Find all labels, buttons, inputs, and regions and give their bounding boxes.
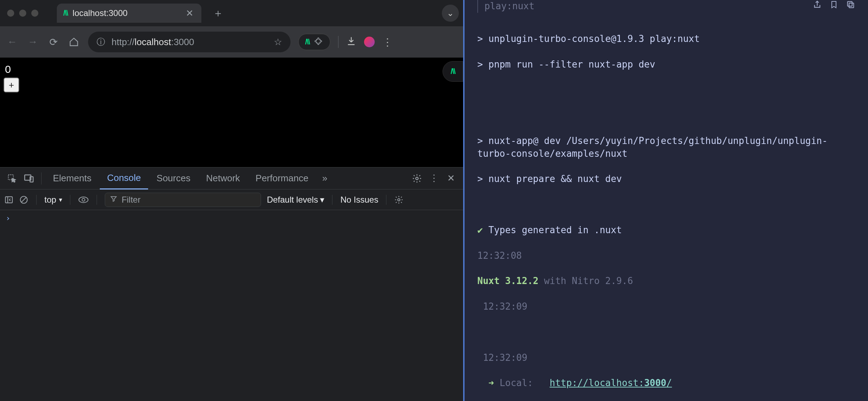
browser-tab[interactable]: /\\ localhost:3000 ✕ xyxy=(57,4,201,23)
home-button[interactable] xyxy=(67,36,80,48)
devtools-tab-console[interactable]: Console xyxy=(100,167,148,189)
console-toolbar: top▾ Filter Default levels▾ No Issues xyxy=(0,189,463,210)
inspect-element-icon[interactable] xyxy=(4,173,20,183)
share-icon[interactable] xyxy=(813,0,822,13)
svg-point-3 xyxy=(416,177,418,180)
bookmark-icon[interactable] xyxy=(830,0,838,13)
console-sidebar-toggle-icon[interactable] xyxy=(4,195,13,204)
svg-rect-4 xyxy=(5,197,12,203)
url-text: http://localhost:3000 xyxy=(112,37,194,48)
nav-forward-button[interactable]: → xyxy=(26,36,39,48)
new-tab-button[interactable]: ＋ xyxy=(213,6,223,21)
check-icon: ✔ xyxy=(477,225,483,235)
traffic-close-icon[interactable] xyxy=(7,10,14,17)
devtools-tabbar: Elements Console Sources Network Perform… xyxy=(0,167,463,189)
filter-funnel-icon xyxy=(110,195,117,204)
svg-line-7 xyxy=(22,197,26,202)
svg-point-9 xyxy=(82,198,85,201)
nuxt-devtools-badge[interactable]: /\\ xyxy=(443,61,463,82)
devtools-kebab-icon[interactable]: ⋮ xyxy=(426,173,442,184)
site-info-icon[interactable]: ⓘ xyxy=(97,36,105,48)
nav-back-button[interactable]: ← xyxy=(6,36,18,48)
term-line: 12:32:09 xyxy=(477,352,855,364)
reload-button[interactable]: ⟳ xyxy=(47,36,60,48)
log-levels-selector[interactable]: Default levels▾ xyxy=(267,195,324,205)
traffic-zoom-icon[interactable] xyxy=(31,10,38,17)
extensions-puzzle-icon[interactable] xyxy=(314,36,324,48)
svg-rect-12 xyxy=(847,1,852,6)
term-line: 12:32:09 xyxy=(477,300,855,313)
devtools-tab-performance[interactable]: Performance xyxy=(249,167,316,189)
window-traffic-lights xyxy=(4,10,43,17)
toolbar-divider xyxy=(338,36,338,48)
svg-rect-11 xyxy=(849,3,854,8)
url-bar[interactable]: ⓘ http://localhost:3000 ☆ xyxy=(88,32,291,52)
bookmark-star-icon[interactable]: ☆ xyxy=(274,37,282,48)
close-tab-button[interactable]: ✕ xyxy=(186,8,194,19)
browser-toolbar: ← → ⟳ ⓘ http://localhost:3000 ☆ /\\ ⋮ xyxy=(0,26,463,58)
term-line xyxy=(477,198,855,211)
svg-point-10 xyxy=(398,198,400,201)
terminal-header: play:nuxt xyxy=(477,0,855,13)
devtools-tab-network[interactable]: Network xyxy=(199,167,247,189)
term-line: 12:32:08 xyxy=(477,250,855,262)
terminal-output[interactable]: > unplugin-turbo-console@1.9.3 play:nuxt… xyxy=(477,13,855,401)
downloads-icon[interactable] xyxy=(346,36,356,48)
increment-button[interactable]: + xyxy=(4,77,19,92)
browser-tabbar: /\\ localhost:3000 ✕ ＋ ⌄ xyxy=(0,0,463,26)
devtools-tab-elements[interactable]: Elements xyxy=(46,167,98,189)
issues-label[interactable]: No Issues xyxy=(340,195,378,205)
devtools-settings-icon[interactable] xyxy=(409,173,425,183)
svg-point-8 xyxy=(79,197,88,203)
term-line: > unplugin-turbo-console@1.9.3 play:nuxt xyxy=(477,33,855,46)
nuxt-favicon-icon: /\\ xyxy=(63,9,67,18)
profile-avatar-icon[interactable] xyxy=(364,37,375,47)
term-line: > pnpm run --filter nuxt-app dev xyxy=(477,58,855,71)
devtools-close-icon[interactable]: ✕ xyxy=(443,173,459,184)
term-line xyxy=(477,109,855,122)
console-output[interactable]: › xyxy=(0,210,463,401)
tab-title: localhost:3000 xyxy=(72,8,128,18)
devtools-more-tabs-icon[interactable]: » xyxy=(317,173,332,184)
browser-more-menu-icon[interactable]: ⋮ xyxy=(383,36,392,48)
traffic-minimize-icon[interactable] xyxy=(19,10,26,17)
terminal-pane: play:nuxt > unplugin-turbo-console@1.9.3… xyxy=(465,0,868,401)
page-content: 0 + /\\ xyxy=(0,58,463,167)
console-settings-icon[interactable] xyxy=(394,195,403,204)
terminal-title: play:nuxt xyxy=(477,0,535,13)
context-selector[interactable]: top▾ xyxy=(44,195,62,205)
live-expression-icon[interactable] xyxy=(78,196,89,204)
devtools-tab-sources[interactable]: Sources xyxy=(150,167,197,189)
tab-overflow-button[interactable]: ⌄ xyxy=(442,5,459,22)
nuxt-logo-icon: /\\ xyxy=(451,67,455,76)
term-line: > nuxt prepare && nuxt dev xyxy=(477,173,855,186)
term-line xyxy=(477,326,855,339)
counter-value: 0 xyxy=(4,61,460,77)
clear-console-icon[interactable] xyxy=(19,195,28,204)
filter-placeholder: Filter xyxy=(121,195,140,205)
term-line: ➜ Local: http://localhost:3000/ xyxy=(477,377,855,390)
local-url-link[interactable]: http://localhost:3000/ xyxy=(550,378,672,388)
device-toolbar-icon[interactable] xyxy=(21,173,37,184)
nuxt-devtools-icon[interactable]: /\\ xyxy=(305,37,309,47)
devtools-panel: Elements Console Sources Network Perform… xyxy=(0,167,463,401)
extensions-group: /\\ xyxy=(298,34,330,50)
browser-pane: /\\ localhost:3000 ✕ ＋ ⌄ ← → ⟳ ⓘ http://… xyxy=(0,0,465,401)
term-line: Nuxt 3.12.2 with Nitro 2.9.6 xyxy=(477,275,855,288)
term-line: ✔ Types generated in .nuxt xyxy=(477,224,855,237)
copy-icon[interactable] xyxy=(846,0,855,13)
console-filter-input[interactable]: Filter xyxy=(105,193,261,207)
console-prompt-icon: › xyxy=(6,214,10,223)
term-line: > nuxt-app@ dev /Users/yuyin/Projects/gi… xyxy=(477,135,855,160)
term-line xyxy=(477,84,855,96)
